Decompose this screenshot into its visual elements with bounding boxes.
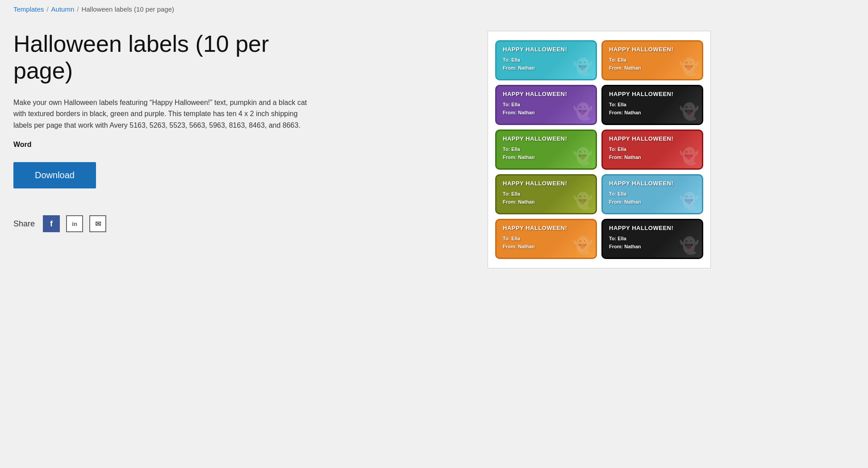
page-title: Halloween labels (10 per page) bbox=[13, 31, 317, 84]
breadcrumb-current: Halloween labels (10 per page) bbox=[81, 5, 174, 13]
left-panel: Halloween labels (10 per page) Make your… bbox=[13, 31, 317, 232]
main-layout: Halloween labels (10 per page) Make your… bbox=[13, 31, 855, 268]
label-decoration-2: 👻 bbox=[573, 102, 593, 121]
label-card-3: HAPPY HALLOWEEN!To: Ella From: Nathan👻 bbox=[601, 85, 703, 125]
label-decoration-9: 👻 bbox=[679, 236, 699, 255]
label-card-5: HAPPY HALLOWEEN!To: Ella From: Nathan👻 bbox=[601, 130, 703, 170]
share-label: Share bbox=[13, 219, 35, 229]
label-title-3: HAPPY HALLOWEEN! bbox=[609, 91, 696, 97]
label-decoration-4: 👻 bbox=[573, 147, 593, 166]
label-card-2: HAPPY HALLOWEEN!To: Ella From: Nathan👻 bbox=[495, 85, 597, 125]
breadcrumb-templates-link[interactable]: Templates bbox=[13, 5, 44, 13]
label-decoration-6: 👻 bbox=[573, 192, 593, 210]
breadcrumb-sep2: / bbox=[77, 5, 79, 13]
label-decoration-7: 👻 bbox=[679, 192, 699, 210]
label-title-6: HAPPY HALLOWEEN! bbox=[503, 180, 589, 187]
label-decoration-3: 👻 bbox=[679, 102, 699, 121]
label-title-8: HAPPY HALLOWEEN! bbox=[503, 225, 589, 231]
label-title-0: HAPPY HALLOWEEN! bbox=[503, 46, 589, 53]
breadcrumb: Templates / Autumn / Halloween labels (1… bbox=[13, 5, 855, 13]
preview-container: HAPPY HALLOWEEN!To: Ella From: Nathan👻HA… bbox=[488, 31, 711, 268]
facebook-share-button[interactable]: f bbox=[43, 215, 60, 232]
right-panel: HAPPY HALLOWEEN!To: Ella From: Nathan👻HA… bbox=[344, 31, 855, 268]
download-button[interactable]: Download bbox=[13, 162, 96, 188]
label-card-9: HAPPY HALLOWEEN!To: Ella From: Nathan👻 bbox=[601, 219, 703, 259]
label-card-8: HAPPY HALLOWEEN!To: Ella From: Nathan👻 bbox=[495, 219, 597, 259]
label-decoration-1: 👻 bbox=[679, 58, 699, 76]
label-title-2: HAPPY HALLOWEEN! bbox=[503, 91, 589, 97]
linkedin-share-button[interactable]: in bbox=[66, 215, 83, 232]
label-card-7: HAPPY HALLOWEEN!To: Ella From: Nathan👻 bbox=[601, 174, 703, 214]
breadcrumb-autumn-link[interactable]: Autumn bbox=[51, 5, 75, 13]
label-decoration-8: 👻 bbox=[573, 236, 593, 255]
page-description: Make your own Halloween labels featuring… bbox=[13, 97, 317, 131]
label-card-1: HAPPY HALLOWEEN!To: Ella From: Nathan👻 bbox=[601, 40, 703, 80]
label-title-7: HAPPY HALLOWEEN! bbox=[609, 180, 696, 187]
label-decoration-5: 👻 bbox=[679, 147, 699, 166]
label-title-5: HAPPY HALLOWEEN! bbox=[609, 135, 696, 142]
label-card-0: HAPPY HALLOWEEN!To: Ella From: Nathan👻 bbox=[495, 40, 597, 80]
label-card-6: HAPPY HALLOWEEN!To: Ella From: Nathan👻 bbox=[495, 174, 597, 214]
labels-grid: HAPPY HALLOWEEN!To: Ella From: Nathan👻HA… bbox=[495, 40, 703, 259]
label-title-1: HAPPY HALLOWEEN! bbox=[609, 46, 696, 53]
label-title-9: HAPPY HALLOWEEN! bbox=[609, 225, 696, 231]
share-row: Share f in ✉ bbox=[13, 215, 317, 232]
breadcrumb-sep1: / bbox=[46, 5, 48, 13]
file-type-label: Word bbox=[13, 141, 317, 149]
label-title-4: HAPPY HALLOWEEN! bbox=[503, 135, 589, 142]
label-card-4: HAPPY HALLOWEEN!To: Ella From: Nathan👻 bbox=[495, 130, 597, 170]
label-decoration-0: 👻 bbox=[573, 58, 593, 76]
email-share-button[interactable]: ✉ bbox=[89, 215, 106, 232]
